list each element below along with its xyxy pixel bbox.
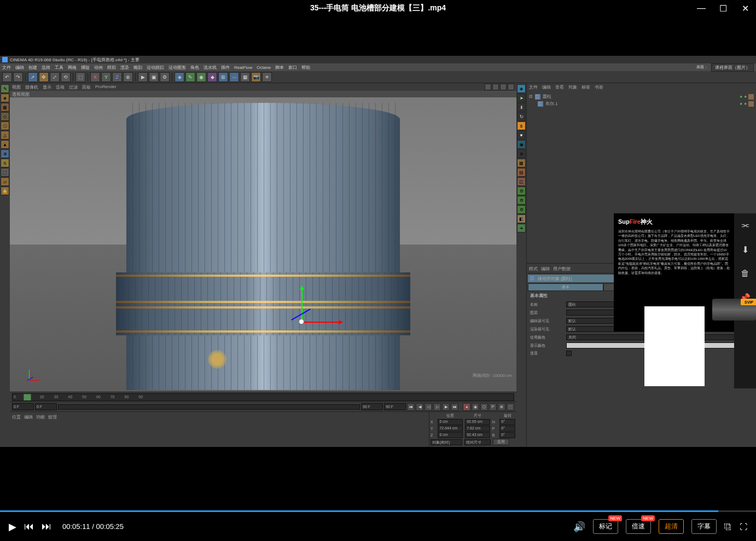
vp-tab-view[interactable]: 视图 <box>12 84 21 90</box>
point-mode-icon[interactable]: ⬡ <box>1 121 9 130</box>
recent-tool-icon[interactable]: ⬚ <box>75 72 85 82</box>
attr-tab-user[interactable]: 用户数据 <box>553 266 571 272</box>
floor-icon[interactable]: ▦ <box>240 72 250 82</box>
rt-gear1-icon[interactable]: ⚙ <box>517 187 526 195</box>
bp-tab-tex[interactable]: 纹理 <box>48 414 57 420</box>
rt-leaf-icon[interactable]: ❧ <box>517 224 526 232</box>
maximize-button[interactable]: ☐ <box>712 0 734 16</box>
share-icon[interactable]: ⫘ <box>740 220 751 231</box>
progress-bar[interactable] <box>0 510 756 512</box>
om-tab-obj[interactable]: 对象 <box>568 84 577 90</box>
coord-y-size[interactable]: 7.82 cm <box>465 426 490 432</box>
vp-tab-options[interactable]: 选项 <box>56 84 65 90</box>
texture-mode-icon[interactable]: ▦ <box>1 103 9 112</box>
prev-button[interactable]: ⏮ <box>24 521 34 532</box>
menu-window[interactable]: 窗口 <box>288 65 297 71</box>
menu-script[interactable]: 脚本 <box>275 65 284 71</box>
attr-tab-edit[interactable]: 编辑 <box>541 266 550 272</box>
layout-dropdown[interactable]: 课程界面（图片） <box>711 63 754 72</box>
gizmo-center[interactable] <box>299 319 304 324</box>
coord-h-rot[interactable]: 0° <box>499 419 515 425</box>
menu-render[interactable]: 渲染 <box>120 65 129 71</box>
light-icon[interactable]: ☀ <box>262 72 272 82</box>
3d-viewport[interactable]: 网格间距: 10000 cm <box>10 97 516 392</box>
play-back-icon[interactable]: ◁ <box>424 403 432 411</box>
minimize-button[interactable]: — <box>690 0 712 16</box>
vp-tab-display[interactable]: 显示 <box>43 84 51 90</box>
play-icon[interactable]: ▷ <box>433 403 441 411</box>
menu-mograph[interactable]: 运动图形 <box>168 65 186 71</box>
axis-x-icon[interactable]: X <box>90 72 100 82</box>
attr-tab-mode[interactable]: 模式 <box>529 266 538 272</box>
workplane2-icon[interactable]: ▱ <box>1 177 9 186</box>
rt-down-icon[interactable]: ⬇ <box>517 103 526 112</box>
frame-current[interactable]: 0 F <box>35 403 57 410</box>
render-region-icon[interactable]: ▣ <box>149 72 159 82</box>
workplane-icon[interactable]: ◇ <box>1 112 9 121</box>
snap-icon[interactable]: ⬚ <box>1 168 9 177</box>
om-tab-bookmark[interactable]: 书签 <box>595 84 603 90</box>
phong-tag-icon2[interactable] <box>748 101 754 107</box>
undo-icon[interactable]: ↶ <box>2 72 12 82</box>
bp-tab-pos[interactable]: 位置 <box>12 414 21 420</box>
om-tab-file[interactable]: 文件 <box>529 84 538 90</box>
frame-start[interactable]: 0 F <box>12 403 34 410</box>
model-mode-icon[interactable]: ◈ <box>1 94 9 102</box>
attr-xray-checkbox[interactable] <box>566 351 572 356</box>
gizmo-y-axis[interactable] <box>301 289 303 322</box>
hierarchy-item-bool[interactable]: ◫ 布尔.1 ● ● <box>529 100 754 107</box>
rt-target-icon[interactable]: ⊚ <box>517 149 526 158</box>
timeline[interactable]: 0 10 20 30 40 50 60 70 80 90 <box>10 392 516 402</box>
timeline-playhead[interactable] <box>24 394 31 401</box>
keysel-icon[interactable]: ⬡ <box>480 403 488 411</box>
vp-tab-filter[interactable]: 过滤 <box>69 84 78 90</box>
quality-button[interactable]: 超清 <box>659 519 684 534</box>
goto-start-icon[interactable]: ⏮ <box>407 403 415 411</box>
play-button[interactable]: ▶ <box>9 521 16 533</box>
axis-mode-icon[interactable]: ⊕ <box>1 149 9 158</box>
menu-tracker[interactable]: 运动跟踪 <box>147 65 164 71</box>
fullscreen-button[interactable]: ⛶ <box>740 522 747 531</box>
keyall-icon[interactable]: ⬚ <box>507 403 514 411</box>
axis-y-icon[interactable]: Y <box>101 72 111 82</box>
coord-y-pos[interactable]: 72.644 cm <box>438 426 463 432</box>
vp-nav1-icon[interactable] <box>485 84 491 90</box>
render-view-icon[interactable]: ▶ <box>138 72 148 82</box>
coord-x-size[interactable]: 92.65 cm <box>465 419 490 425</box>
vp-nav3-icon[interactable] <box>500 84 507 90</box>
mark-button[interactable]: 标记 NEW <box>593 519 618 534</box>
rt-brick-icon[interactable]: ▤ <box>517 168 526 177</box>
editable-icon[interactable]: ✎ <box>1 84 9 93</box>
vis-render-icon[interactable]: ● <box>744 94 747 100</box>
volume-icon[interactable]: 🔊 <box>573 521 585 533</box>
render-settings-icon[interactable]: ⚙ <box>160 72 170 82</box>
polygon-mode-icon[interactable]: ▲ <box>1 140 9 149</box>
coord-b-rot[interactable]: 0° <box>499 432 515 438</box>
menu-octane[interactable]: Octane <box>257 65 271 70</box>
vp-nav4-icon[interactable] <box>508 84 514 90</box>
scale-icon[interactable]: ⤢ <box>50 72 60 82</box>
frame-slider[interactable] <box>58 404 360 410</box>
menu-realflow[interactable]: RealFlow <box>234 65 252 70</box>
menu-tools[interactable]: 工具 <box>55 65 63 71</box>
vp-tab-panel[interactable]: 面板 <box>82 84 91 90</box>
rt-coin-icon[interactable]: $ <box>517 121 526 130</box>
menu-character[interactable]: 角色 <box>190 65 199 71</box>
axis-z-icon[interactable]: Z <box>112 72 122 82</box>
rt-gear3-icon[interactable]: ⚙ <box>517 205 526 214</box>
rt-box-icon[interactable]: ◫ <box>517 177 526 186</box>
coord-size-mode[interactable]: 绝对尺寸 <box>464 439 491 445</box>
coord-apply-button[interactable]: 应用 <box>493 439 509 445</box>
coord-system-icon[interactable]: ⊕ <box>123 72 133 82</box>
menu-pipeline[interactable]: 流水线 <box>203 65 217 71</box>
menu-file[interactable]: 文件 <box>2 65 11 71</box>
viewport-solo-icon[interactable]: S <box>1 159 9 167</box>
om-tab-view[interactable]: 查看 <box>555 84 564 90</box>
transform-gizmo[interactable] <box>263 283 340 360</box>
keyparam-icon[interactable]: ⊕ <box>498 403 505 411</box>
rt-heart-icon[interactable]: ♥ <box>517 131 526 139</box>
rt-gear2-icon[interactable]: ⚙ <box>517 196 526 205</box>
pen-icon[interactable]: ✎ <box>185 72 195 82</box>
vis-editor-icon[interactable]: ● <box>740 94 742 100</box>
subdiv-icon[interactable]: ◉ <box>196 72 206 82</box>
